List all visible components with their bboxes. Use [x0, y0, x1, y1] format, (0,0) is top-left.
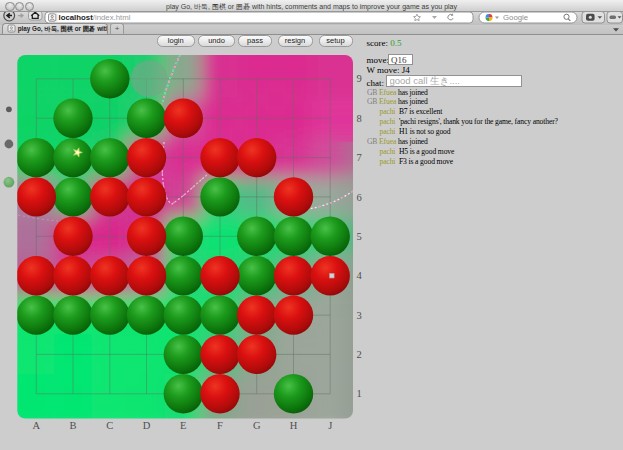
svg-text:D: D: [143, 420, 151, 431]
svg-text:1: 1: [356, 388, 361, 399]
svg-text:A: A: [33, 420, 41, 431]
svg-text:5: 5: [356, 231, 361, 242]
svg-text:E: E: [180, 420, 186, 431]
svg-text:3: 3: [356, 310, 361, 321]
svg-text:Google: Google: [503, 13, 528, 22]
svg-text:B: B: [69, 420, 76, 431]
svg-text:F: F: [217, 420, 223, 431]
svg-text:H: H: [290, 420, 298, 431]
svg-text:6: 6: [356, 192, 361, 203]
svg-text:localhost/index.html: localhost/index.html: [59, 13, 131, 22]
svg-text:7: 7: [356, 152, 361, 163]
svg-text:4: 4: [356, 270, 362, 281]
svg-text:C: C: [106, 420, 113, 431]
svg-text:2: 2: [356, 349, 361, 360]
svg-text:9: 9: [356, 73, 361, 84]
svg-text:G: G: [253, 420, 261, 431]
svg-text:J: J: [328, 420, 332, 431]
svg-text:8: 8: [356, 113, 361, 124]
